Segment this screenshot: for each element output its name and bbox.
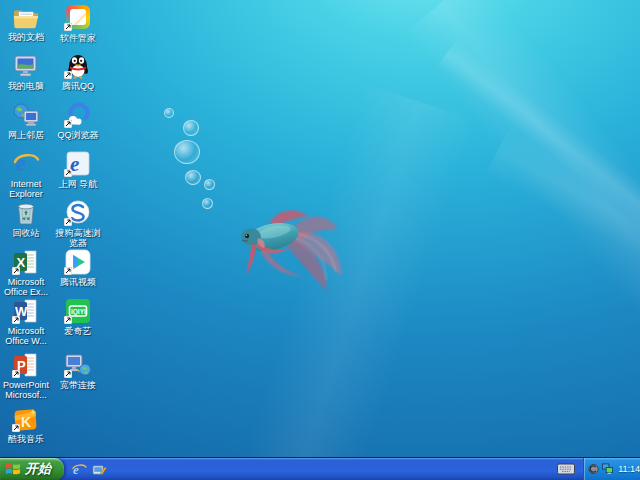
desktop-icon-sogou-browser[interactable]: 搜狗高速浏览器 <box>53 200 103 248</box>
shortcut-arrow-icon <box>64 71 72 79</box>
desktop-icon-my-computer[interactable]: 我的电脑 <box>1 53 51 91</box>
desktop-icon-iqiyi[interactable]: iQIYI 爱奇艺 <box>53 298 103 336</box>
desktop-icon-network-places[interactable]: 网上邻居 <box>1 102 51 140</box>
start-button-label: 开始 <box>25 460 51 478</box>
start-button[interactable]: 开始 <box>0 458 64 480</box>
icon-label: 腾讯QQ <box>53 81 103 91</box>
desktop-icon-kuwo-music[interactable]: K 酷我音乐 <box>1 406 51 444</box>
icon-label: 网上邻居 <box>1 130 51 140</box>
icon-label: PowerPoint Microsof... <box>1 380 51 400</box>
desktop-icon-my-documents[interactable]: 我的文档 <box>1 4 51 42</box>
svg-text:iQIYI: iQIYI <box>71 308 86 316</box>
shortcut-arrow-icon <box>64 370 72 378</box>
icon-label: 我的电脑 <box>1 81 51 91</box>
my-documents-icon <box>12 4 40 30</box>
svg-text:K: K <box>21 414 31 430</box>
desktop-icon-ms-powerpoint[interactable]: P PowerPoint Microsof... <box>1 352 51 400</box>
shortcut-arrow-icon <box>64 267 72 275</box>
excel-icon: X <box>12 249 40 275</box>
desktop-icon-internet-explorer[interactable]: e Internet Explorer <box>1 151 51 199</box>
shortcut-arrow-icon <box>64 218 72 226</box>
bubble <box>185 170 201 185</box>
icon-label: Microsoft Office Ex... <box>1 277 51 297</box>
word-icon: W <box>12 298 40 324</box>
windows-logo-icon <box>5 462 21 477</box>
bubble <box>183 120 199 136</box>
bubble <box>204 179 215 190</box>
tencent-video-icon <box>64 249 92 275</box>
quick-launch-show-desktop-icon[interactable] <box>92 462 107 477</box>
system-tray: 11:14 <box>583 458 640 480</box>
language-bar-keyboard-icon[interactable] <box>557 463 575 475</box>
my-computer-icon <box>12 53 40 79</box>
icon-label: 爱奇艺 <box>53 326 103 336</box>
tray-status-icon[interactable] <box>588 463 599 475</box>
icon-label: 酷我音乐 <box>1 434 51 444</box>
shortcut-arrow-icon <box>64 169 72 177</box>
bubble <box>164 108 174 118</box>
iqiyi-icon: iQIYI <box>64 298 92 324</box>
light-ray <box>437 40 640 480</box>
shortcut-arrow-icon <box>12 316 20 324</box>
icon-label: 回收站 <box>1 228 51 238</box>
shortcut-arrow-icon <box>12 267 20 275</box>
icon-label: Internet Explorer <box>1 179 51 199</box>
icon-label: 搜狗高速浏览器 <box>53 228 103 248</box>
icon-label: 我的文档 <box>1 32 51 42</box>
bubble <box>202 198 213 209</box>
icon-label: QQ浏览器 <box>53 130 103 140</box>
svg-text:e: e <box>73 462 79 477</box>
quick-launch-bar: e <box>72 462 107 477</box>
internet-explorer-icon: e <box>12 151 40 177</box>
desktop-icon-qq-browser[interactable]: QQ浏览器 <box>53 102 103 140</box>
desktop-icon-broadband-connection[interactable]: 宽带连接 <box>53 352 103 390</box>
desktop-icon-ms-excel[interactable]: X Microsoft Office Ex... <box>1 249 51 297</box>
icon-label: 上网 导航 <box>53 179 103 189</box>
sogou-browser-icon <box>64 200 92 226</box>
betta-fish-image <box>222 196 354 296</box>
network-places-icon <box>12 102 40 128</box>
desktop-icon-tencent-video[interactable]: 腾讯视频 <box>53 249 103 287</box>
powerpoint-icon: P <box>12 352 40 378</box>
tray-clock[interactable]: 11:14 <box>618 464 640 474</box>
desktop-icon-recycle-bin[interactable]: 回收站 <box>1 200 51 238</box>
icon-label: Microsoft Office W... <box>1 326 51 346</box>
qq-browser-icon <box>64 102 92 128</box>
tencent-qq-icon <box>64 53 92 79</box>
light-ray <box>485 127 640 480</box>
shortcut-arrow-icon <box>64 316 72 324</box>
shortcut-arrow-icon <box>64 23 72 31</box>
quick-launch-ie-icon[interactable]: e <box>72 462 87 477</box>
recycle-bin-icon <box>12 200 40 226</box>
software-manager-icon <box>64 5 92 31</box>
taskbar: 开始 e <box>0 457 640 480</box>
shortcut-arrow-icon <box>12 370 20 378</box>
desktop-icon-tencent-qq[interactable]: 腾讯QQ <box>53 53 103 91</box>
icon-label: 腾讯视频 <box>53 277 103 287</box>
icon-label: 软件管家 <box>53 33 103 43</box>
web-navigation-icon: e <box>64 151 92 177</box>
desktop-icon-web-navigation[interactable]: e 上网 导航 <box>53 151 103 189</box>
desktop-icon-software-manager[interactable]: 软件管家 <box>53 4 103 43</box>
broadband-connection-icon <box>64 352 92 378</box>
network-status-icon[interactable] <box>602 463 613 475</box>
shortcut-arrow-icon <box>64 120 72 128</box>
shortcut-arrow-icon <box>12 424 20 432</box>
kuwo-music-icon: K <box>12 406 40 432</box>
light-ray <box>403 0 640 480</box>
desktop-icon-ms-word[interactable]: W Microsoft Office W... <box>1 298 51 346</box>
icon-label: 宽带连接 <box>53 380 103 390</box>
bubble <box>174 140 200 164</box>
desktop-screen: 我的文档 软件管家 我的电脑 <box>0 0 640 480</box>
